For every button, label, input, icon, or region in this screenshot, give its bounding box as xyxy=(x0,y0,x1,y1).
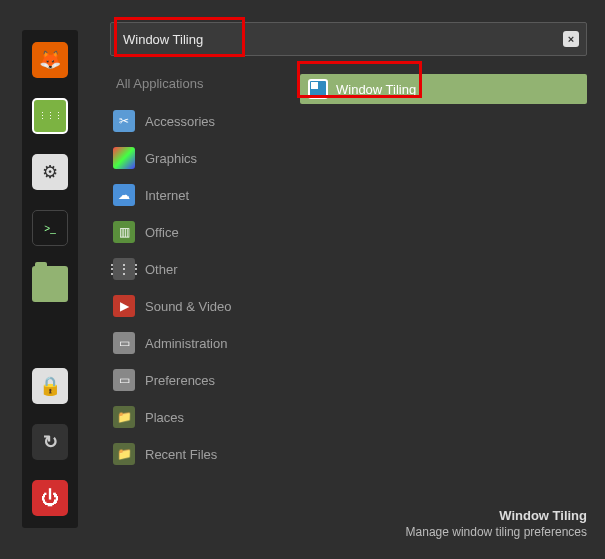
cat-places[interactable]: 📁Places xyxy=(110,404,270,430)
category-label: Other xyxy=(145,262,178,277)
category-label: Preferences xyxy=(145,373,215,388)
cat-accessories-icon: ✂ xyxy=(113,110,135,132)
result-window-tiling[interactable]: Window Tiling xyxy=(300,74,587,104)
cat-preferences[interactable]: ▭Preferences xyxy=(110,367,270,393)
cat-graphics-icon xyxy=(113,147,135,169)
apps-icon[interactable]: ⋮⋮⋮ xyxy=(32,98,68,134)
cat-accessories[interactable]: ✂Accessories xyxy=(110,108,270,134)
cat-office-icon: ▥ xyxy=(113,221,135,243)
category-label: Office xyxy=(145,225,179,240)
category-label: Places xyxy=(145,410,184,425)
power-icon[interactable]: ⏻ xyxy=(32,480,68,516)
category-label: All Applications xyxy=(116,76,203,91)
category-label: Internet xyxy=(145,188,189,203)
settings-icon[interactable]: ⚙ xyxy=(32,154,68,190)
logout-icon[interactable]: ↻ xyxy=(32,424,68,460)
cat-sound-video[interactable]: ▶Sound & Video xyxy=(110,293,270,319)
categories-list: All Applications✂AccessoriesGraphics☁Int… xyxy=(110,74,270,467)
category-label: Graphics xyxy=(145,151,197,166)
cat-other[interactable]: ⋮⋮⋮Other xyxy=(110,256,270,282)
terminal-icon[interactable]: >_ xyxy=(32,210,68,246)
category-label: Administration xyxy=(145,336,227,351)
cat-internet-icon: ☁ xyxy=(113,184,135,206)
category-label: Sound & Video xyxy=(145,299,232,314)
menu-columns: All Applications✂AccessoriesGraphics☁Int… xyxy=(110,74,587,467)
lock-icon[interactable]: 🔒 xyxy=(32,368,68,404)
cat-recent[interactable]: 📁Recent Files xyxy=(110,441,270,467)
cat-other-icon: ⋮⋮⋮ xyxy=(113,258,135,280)
cat-graphics[interactable]: Graphics xyxy=(110,145,270,171)
cat-recent-icon: 📁 xyxy=(113,443,135,465)
cat-office[interactable]: ▥Office xyxy=(110,219,270,245)
firefox-icon[interactable]: 🦊 xyxy=(32,42,68,78)
cat-preferences-icon: ▭ xyxy=(113,369,135,391)
cat-all[interactable]: All Applications xyxy=(110,74,270,93)
cat-internet[interactable]: ☁Internet xyxy=(110,182,270,208)
result-label: Window Tiling xyxy=(336,82,416,97)
tooltip-title: Window Tiling xyxy=(406,508,587,523)
menu-main: × All Applications✂AccessoriesGraphics☁I… xyxy=(110,22,587,467)
cat-administration[interactable]: ▭Administration xyxy=(110,330,270,356)
cat-sound-video-icon: ▶ xyxy=(113,295,135,317)
favorites-sidebar: 🦊⋮⋮⋮⚙>_🔒↻⏻ xyxy=(22,30,78,528)
files-icon[interactable] xyxy=(32,266,68,302)
category-label: Recent Files xyxy=(145,447,217,462)
search-wrap: × xyxy=(110,22,587,56)
app-tooltip: Window Tiling Manage window tiling prefe… xyxy=(406,508,587,539)
cat-places-icon: 📁 xyxy=(113,406,135,428)
tooltip-desc: Manage window tiling preferences xyxy=(406,525,587,539)
category-label: Accessories xyxy=(145,114,215,129)
window-tiling-icon xyxy=(308,79,328,99)
clear-search-icon[interactable]: × xyxy=(563,31,579,47)
cat-administration-icon: ▭ xyxy=(113,332,135,354)
results-list: Window Tiling xyxy=(300,74,587,467)
search-input[interactable] xyxy=(110,22,587,56)
